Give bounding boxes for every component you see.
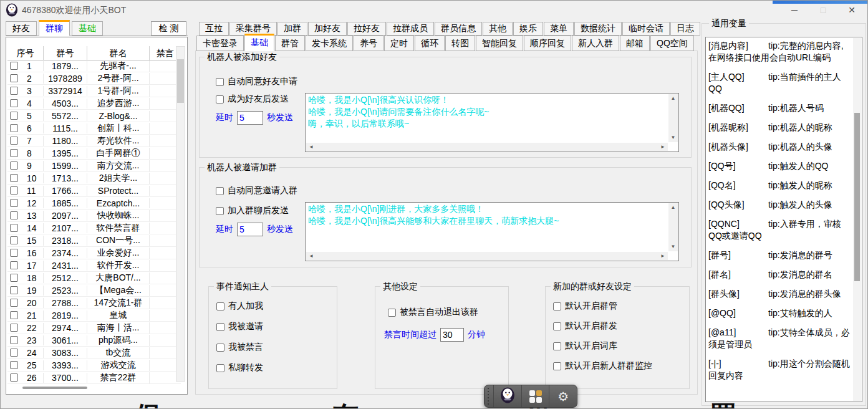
feature-tab[interactable]: 菜单 xyxy=(544,22,574,36)
settings-button[interactable]: ⚙ xyxy=(549,385,577,407)
table-row[interactable]: 26 3700... 禁言22群 xyxy=(7,372,181,384)
feature-tab[interactable]: 基础 xyxy=(244,34,274,51)
row-checkbox[interactable] xyxy=(10,361,18,369)
toolbar-drag-handle[interactable] xyxy=(485,385,493,407)
table-row[interactable]: 5 5572... Z-Blog&... xyxy=(7,110,181,122)
variable-entry[interactable]: [机器昵称]tip:机器人的昵称 xyxy=(708,122,851,133)
row-checkbox[interactable] xyxy=(10,124,18,132)
feature-tab[interactable]: 其他 xyxy=(483,22,513,36)
feature-tab[interactable]: 养号 xyxy=(354,36,383,51)
row-checkbox[interactable] xyxy=(10,349,18,357)
variable-entry[interactable]: [@QQ]tip:艾特触发的人 xyxy=(708,307,851,319)
row-checkbox[interactable] xyxy=(10,373,18,382)
feature-tab[interactable]: 加群 xyxy=(277,22,307,36)
variable-entry[interactable]: [群号]tip:发消息的群号 xyxy=(708,249,851,261)
feature-tab[interactable]: 智能回复 xyxy=(476,36,523,51)
table-row[interactable]: 2 1978289 2号群-阿... xyxy=(7,72,181,85)
checkbox[interactable] xyxy=(216,95,224,103)
variable-entry[interactable]: [群头像]tip:发消息的群头像 xyxy=(708,288,851,300)
checkbox[interactable] xyxy=(553,322,561,330)
friend-message-textarea[interactable]: 哈喽，我是小Q[\n]很高兴认识你呀！ 哈喽，我是小Q[\n]请问需要备注你什么… xyxy=(305,93,679,152)
feature-tab[interactable]: 邮箱 xyxy=(620,36,650,51)
textarea-horizontal-scrollbar[interactable]: ◄ ► xyxy=(306,143,668,151)
table-row[interactable]: 18 2512... 大唐BOT/... xyxy=(7,272,181,284)
row-checkbox[interactable] xyxy=(10,199,18,207)
scroll-up-icon[interactable]: ▲ xyxy=(671,205,676,210)
table-row[interactable]: 7 1180... 寿光软件... xyxy=(7,135,181,147)
scroll-down-icon[interactable]: ▼ xyxy=(671,135,676,140)
textarea-vertical-scrollbar[interactable]: ▲ ▼ xyxy=(668,94,678,142)
row-checkbox[interactable] xyxy=(10,112,18,120)
feature-tab[interactable]: 定时 xyxy=(384,36,414,51)
row-checkbox[interactable] xyxy=(10,174,18,182)
feature-tab[interactable]: 循环 xyxy=(415,36,445,51)
variable-entry[interactable]: [-|-]tip:用这个分割会随机回复内容 xyxy=(708,358,851,382)
left-tab[interactable]: 基础 xyxy=(72,21,103,36)
table-row[interactable]: 12 1885... Ezcaptch... xyxy=(7,197,181,209)
send-after-friend-option[interactable]: 成为好友后发送 xyxy=(216,94,289,105)
variable-entry[interactable]: [QQ头像]tip:触发人的头像 xyxy=(708,199,851,211)
variable-entry[interactable]: [主人QQ]tip:当前插件的主人QQ xyxy=(708,71,851,95)
checkbox[interactable] xyxy=(553,342,561,350)
checkbox[interactable] xyxy=(216,187,224,195)
table-horizontal-scrollbar[interactable] xyxy=(7,384,173,392)
scroll-up-icon[interactable]: ▲ xyxy=(671,96,676,101)
variable-entry[interactable]: [机器QQ]tip:机器人号码 xyxy=(708,102,851,114)
feature-tab[interactable]: 群员信息 xyxy=(435,22,482,36)
feature-tab[interactable]: 新人入群 xyxy=(572,36,619,51)
checkbox[interactable] xyxy=(216,323,224,331)
row-checkbox[interactable] xyxy=(10,137,18,145)
textarea-horizontal-scrollbar[interactable]: ◄ ► xyxy=(306,252,668,260)
variable-entry[interactable]: [QQ名]tip:触发人的昵称 xyxy=(708,180,851,191)
feature-tab[interactable]: 发卡系统 xyxy=(306,36,353,51)
row-checkbox[interactable] xyxy=(10,261,18,269)
mute-time-input[interactable] xyxy=(440,328,464,342)
scroll-down-icon[interactable]: ▼ xyxy=(671,244,676,249)
feature-tab[interactable]: 拉好友 xyxy=(347,22,386,36)
feature-tab[interactable]: 娱乐 xyxy=(513,22,543,36)
friend-delay-input[interactable] xyxy=(237,111,263,125)
floating-toolbar[interactable]: ⚙ xyxy=(484,385,577,408)
checkbox[interactable] xyxy=(216,344,224,352)
row-checkbox[interactable] xyxy=(10,311,18,319)
group-delay-input[interactable] xyxy=(237,223,263,236)
row-checkbox[interactable] xyxy=(10,249,18,257)
variable-entry[interactable]: [消息内容]tip:完整的消息内容,在网络接口使用会自动URL编码 xyxy=(708,40,851,64)
penguin-bot-button[interactable] xyxy=(493,385,521,407)
checkbox[interactable] xyxy=(216,78,224,86)
row-checkbox[interactable] xyxy=(10,161,18,170)
checkbox[interactable] xyxy=(216,302,224,310)
table-row[interactable]: 16 2374... 业余爱好... xyxy=(7,247,181,259)
feature-tab[interactable]: 群管 xyxy=(275,36,305,51)
checkbox[interactable] xyxy=(216,207,224,215)
table-row[interactable]: 21 2819... 皇城 xyxy=(7,309,181,322)
variable-entry[interactable]: [QQNC]tip:入群专用，审核QQ或邀请QQ xyxy=(708,218,851,242)
variable-entry[interactable]: [群名]tip:发消息的群名 xyxy=(708,269,851,281)
row-checkbox[interactable] xyxy=(10,286,18,294)
checkbox-option[interactable]: 有人加我 xyxy=(216,301,263,312)
row-checkbox[interactable] xyxy=(10,224,18,232)
auto-accept-invite-option[interactable]: 自动同意邀请入群 xyxy=(216,185,297,196)
scroll-left-icon[interactable]: ◄ xyxy=(309,145,314,150)
feature-tab[interactable]: 数据统计 xyxy=(574,22,622,36)
left-tab[interactable]: 好友 xyxy=(6,21,37,36)
checkbox-option[interactable]: 默认开启词库 xyxy=(553,340,652,352)
checkbox-option[interactable]: 私聊转发 xyxy=(216,362,263,373)
send-after-join-option[interactable]: 加入群聊后发送 xyxy=(216,205,289,216)
checkbox-option[interactable]: 默认开启群管 xyxy=(553,301,652,312)
table-row[interactable]: 1 1879... 先驱者-... xyxy=(7,60,181,72)
group-message-text[interactable]: 哈喽，我是小Q[\n]刚进群，大家多多关照哦！ 哈喽，我是小Q[\n]很高兴能够… xyxy=(308,203,667,251)
row-checkbox[interactable] xyxy=(10,186,18,195)
variable-entry[interactable]: [机器头像]tip:机器人的头像 xyxy=(708,141,851,153)
scroll-right-icon[interactable]: ► xyxy=(660,145,665,150)
checkbox-option[interactable]: 默认开启新人群群监控 xyxy=(553,360,652,372)
column-header[interactable]: 群名 xyxy=(87,46,150,60)
row-checkbox[interactable] xyxy=(10,62,18,70)
feature-tab[interactable]: 加好友 xyxy=(308,22,347,36)
table-row[interactable]: 17 2431... 软件开发... xyxy=(7,259,181,272)
row-checkbox[interactable] xyxy=(10,149,18,157)
scroll-left-icon[interactable]: ◄ xyxy=(309,254,314,259)
column-header[interactable]: 群号 xyxy=(44,46,87,60)
variables-scrollbar[interactable] xyxy=(853,38,861,401)
friend-message-text[interactable]: 哈喽，我是小Q[\n]很高兴认识你呀！ 哈喽，我是小Q[\n]请问需要备注你什么… xyxy=(308,94,667,142)
